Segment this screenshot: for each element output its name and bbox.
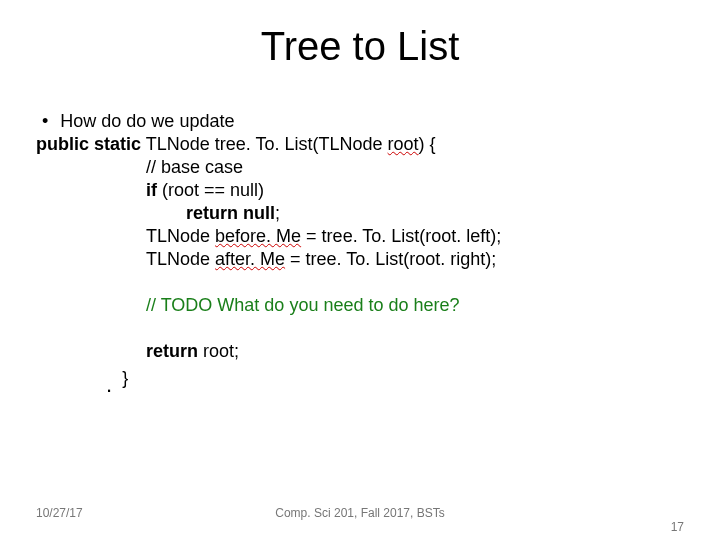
slide-title: Tree to List [0, 24, 720, 69]
closing-brace: } [122, 367, 128, 390]
sig-type-text: TLNode [146, 134, 210, 154]
code-return-root: return root; [36, 340, 684, 363]
c5-var: after. Me [215, 249, 285, 269]
sig-arg-text: root [388, 134, 419, 154]
code-before-me: TLNode before. Me = tree. To. List(root.… [36, 225, 684, 248]
c4-type: TLNode [146, 226, 210, 246]
code-base-case: // base case [36, 156, 684, 179]
footer-course: Comp. Sci 201, Fall 2017, BSTs [0, 506, 720, 520]
kw-return-null: return null [186, 203, 275, 223]
code-return-null: return null; [36, 202, 684, 225]
if-cond: (root == null) [162, 180, 264, 200]
c4-var: before. Me [215, 226, 301, 246]
c4-rest: = tree. To. List(root. left); [301, 226, 501, 246]
closing-dot: . [106, 374, 122, 396]
semicolon-1: ; [275, 203, 280, 223]
slide-body: How do do we update public static TLNode… [36, 110, 684, 390]
ret-val: root; [198, 341, 239, 361]
slide: Tree to List How do do we update public … [0, 0, 720, 540]
code-closing: . } [36, 367, 684, 390]
sig-fn-text: tree. To. List(TLNode [215, 134, 383, 154]
c5-type: TLNode [146, 249, 210, 269]
code-signature: public static TLNode tree. To. List(TLNo… [36, 133, 684, 156]
blank-2 [36, 317, 684, 340]
footer-date: 10/27/17 [36, 506, 83, 520]
bullet-how: How do do we update [36, 110, 684, 133]
sig-close: ) { [419, 134, 436, 154]
code-if: if (root == null) [36, 179, 684, 202]
blank-1 [36, 271, 684, 294]
kw-public-static: public static [36, 134, 141, 154]
kw-return: return [146, 341, 198, 361]
code-todo: // TODO What do you need to do here? [36, 294, 684, 317]
c5-rest: = tree. To. List(root. right); [285, 249, 496, 269]
footer-page-number: 17 [671, 520, 684, 534]
code-after-me: TLNode after. Me = tree. To. List(root. … [36, 248, 684, 271]
kw-if: if [146, 180, 157, 200]
slide-footer: 10/27/17 Comp. Sci 201, Fall 2017, BSTs … [0, 506, 720, 520]
